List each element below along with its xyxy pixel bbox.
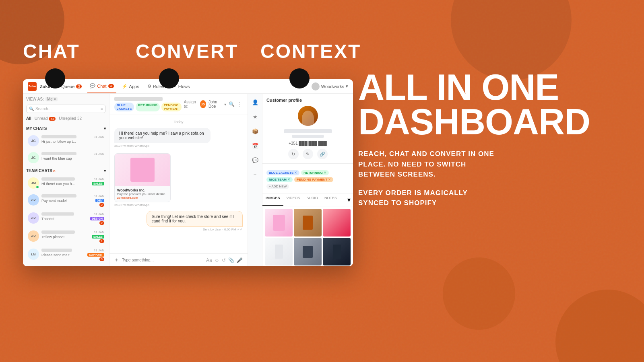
chat-preview-1: Hi just to follow up t... — [41, 140, 91, 144]
product-image-inner — [130, 158, 155, 182]
profile-icon[interactable]: 👤 — [250, 97, 260, 107]
calendar-icon[interactable]: 📅 — [250, 140, 260, 151]
chat-item-5[interactable]: AV Thanks! 31 JAN DESIGN 2 — [26, 210, 106, 227]
chat-avatar-7: LM — [28, 249, 39, 260]
filter-unreplied[interactable]: Unreplied 32 — [59, 116, 82, 121]
star-icon[interactable]: ★ — [250, 111, 260, 122]
nav-woodworks[interactable]: Woodworks ▾ — [312, 82, 348, 90]
chat-item-2[interactable]: JC I want the blue cap 31 JAN — [26, 150, 106, 165]
tag-returning: RETURNING — [136, 103, 160, 111]
ctag-returning: RETURNING ✕ — [301, 170, 329, 175]
media-grid — [262, 206, 353, 266]
product-card: WoodWorks Inc. Buy the products you most… — [114, 153, 171, 202]
nav-apps-icon: ⚡ — [122, 84, 128, 89]
headline-line2: DASHBOARD — [358, 105, 632, 140]
chat-item-3[interactable]: JM Hi there! can you h... 31 JAN SALES — [26, 175, 106, 191]
chat-meta-7: 31 JAN SUPPORT 3 — [87, 249, 104, 261]
chat-icon[interactable]: 💬 — [250, 155, 260, 165]
filter-all[interactable]: All — [26, 116, 31, 121]
chat-label: CHAT — [23, 40, 136, 62]
more-options-icon[interactable]: ⋮ — [237, 101, 243, 107]
ctag-nice-team: NICE TEAM ✕ — [266, 177, 293, 182]
tab-images[interactable]: IMAGES — [262, 193, 283, 206]
customer-phone: +351 ███ ███ ███ — [266, 141, 349, 146]
product-card-time: 2:10 PM from WhatsApp — [114, 203, 171, 207]
media-thumb-1 — [265, 209, 293, 237]
chat-item-7[interactable]: LM Please send me t... 31 JAN SUPPORT 3 — [26, 247, 106, 263]
add-tag-btn[interactable]: + ADD NEW — [266, 184, 289, 189]
media-thumb-2 — [294, 209, 322, 237]
chat-info-7: Please send me t... — [41, 249, 85, 257]
product-link[interactable]: zokostore.com — [117, 196, 168, 200]
dashboard-mockup: Zoko Zoko ⊞ Queue 3 💬 Chat 4 ⚡ Apps ⚙ Ru… — [23, 79, 353, 266]
tab-videos[interactable]: VIDEOS — [283, 193, 303, 206]
sparkle-icon: ✦ — [114, 257, 119, 263]
edit-action[interactable]: ✎ — [303, 149, 313, 159]
tag-design-5: DESIGN — [90, 217, 104, 220]
chat-item-6[interactable]: AV Yellow please! 31 JAN SALES 1 — [26, 228, 106, 245]
search-bar[interactable]: 🔍 Search... ≡ — [26, 105, 106, 113]
view-as-dropdown[interactable]: Me ▾ — [45, 97, 58, 101]
chat-item-4[interactable]: AV Payment made! 31 JAN DEV 2 — [26, 192, 106, 209]
chat-preview-5: Thanks! — [41, 217, 88, 221]
assign-dropdown-icon[interactable]: ▾ — [224, 102, 226, 107]
customer-panel: Customer profile +351 ███ ███ ███ ↻ ✎ 🔗 … — [262, 94, 353, 266]
woodworks-avatar — [312, 82, 320, 90]
refresh-action[interactable]: ↻ — [288, 149, 299, 159]
nav-apps[interactable]: ⚡ Apps — [120, 79, 142, 93]
customer-panel-icons: 👤 ★ 📦 📅 💬 + — [248, 94, 262, 266]
tags-row: BLUE JACKETS RETURNING PENDING PAYMENT — [114, 103, 182, 111]
messages-area: Today Hi there! can you help me? I saw a… — [109, 115, 248, 253]
ctag-pending-payment: PENDING PAYMENT ✕ — [294, 177, 333, 182]
customer-name-blurred — [284, 129, 332, 133]
message-bubble-1: Hi there! can you help me? I saw a pink … — [114, 128, 211, 143]
chat-meta-3: 31 JAN SALES — [92, 177, 104, 185]
convert-label: CONVERT — [136, 40, 260, 62]
chat-name-7 — [41, 249, 72, 252]
media-collapse[interactable]: ▾ — [345, 193, 353, 206]
link-action[interactable]: 🔗 — [317, 149, 328, 159]
subtext2: EVERY ORDER IS MAGICALLYSYNCED TO SHOPIF… — [358, 188, 632, 208]
message-outgoing-1: Sure thing! Let me check the store and s… — [147, 211, 243, 231]
headline-line1: ALL IN ONE — [358, 70, 632, 105]
tab-notes[interactable]: NOTES — [321, 193, 340, 206]
logo-letter: Zoko — [28, 84, 36, 88]
chat-name-1 — [41, 135, 76, 138]
customer-info-blurred — [292, 135, 324, 138]
box-icon[interactable]: 📦 — [250, 126, 260, 136]
tab-audio[interactable]: AUDIO — [303, 193, 322, 206]
assign-avatar: JD — [200, 100, 206, 108]
search-chat-icon[interactable]: 🔍 — [229, 101, 235, 107]
chat-avatar-5: AV — [28, 212, 39, 224]
refresh-icon[interactable]: ↺ — [222, 257, 226, 263]
nav-chat-icon: 💬 — [90, 83, 95, 88]
emoji-icon[interactable]: ☺ — [215, 257, 219, 263]
product-desc: Buy the products you most desire. — [117, 192, 168, 196]
pointer-dot-context — [289, 68, 310, 88]
tag-sales-3: SALES — [92, 182, 104, 185]
chat-info-3: Hi there! can you h... — [41, 177, 89, 186]
filter-unread[interactable]: Unread 54 — [35, 116, 56, 121]
product-card-message: WoodWorks Inc. Buy the products you most… — [114, 152, 171, 207]
chat-info-6: Yellow please! — [41, 230, 89, 239]
product-image — [115, 154, 170, 186]
status-dot-3 — [36, 185, 39, 189]
team-chats-expand[interactable]: ▾ — [104, 169, 106, 173]
chat-preview-2: I want the blue cap — [41, 156, 91, 160]
sent-info-1: Sent by User · 0:00 PM ✓✓ — [147, 228, 243, 231]
nav-logo: Zoko — [28, 82, 37, 91]
plus-icon[interactable]: + — [250, 169, 260, 180]
attach-icon[interactable]: 📎 — [228, 257, 234, 263]
chat-item-1[interactable]: JC Hi just to follow up t... 31 JAN — [26, 133, 106, 148]
chat-meta-2: 31 JAN — [94, 152, 104, 156]
product-info: WoodWorks Inc. Buy the products you most… — [115, 186, 170, 202]
chat-name-3 — [41, 177, 75, 181]
my-chats-expand[interactable]: ▾ — [104, 126, 106, 131]
font-icon[interactable]: Aa — [206, 257, 212, 263]
chat-avatar-6: AV — [28, 230, 39, 242]
mic-icon[interactable]: 🎤 — [237, 257, 243, 263]
nav-chat[interactable]: 💬 Chat 4 — [87, 79, 116, 93]
chat-input[interactable] — [122, 258, 203, 262]
chat-preview-3: Hi there! can you h... — [41, 182, 89, 186]
media-thumb-5 — [294, 238, 322, 265]
